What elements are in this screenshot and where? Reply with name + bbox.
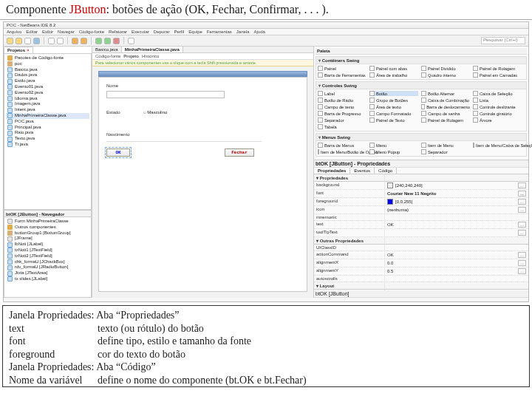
clean-build-icon[interactable] [81,38,87,44]
file-row[interactable]: MinhaPrimeiraClasse.java [6,113,89,119]
menu-janela[interactable]: Janela [236,30,250,34]
palette-item[interactable]: Painel de Rolagem [421,117,470,123]
file-row[interactable]: POC.java [6,119,89,125]
button-ok[interactable]: OK [106,149,130,157]
undo-icon[interactable] [48,38,55,44]
file-row[interactable]: Intent.java [6,107,89,113]
prop-row[interactable]: foreground[0,0,255]… [314,198,528,206]
prop-row[interactable]: icon(nenhuma)… [314,206,528,214]
palette-item[interactable]: Menu Popup [369,149,418,154]
menu-editar[interactable]: Editar [26,30,38,34]
projects-tab[interactable]: Projetos× [4,47,33,53]
prop-row[interactable]: textOK… [314,221,528,229]
profile-icon[interactable] [113,38,120,44]
palette-item[interactable]: Botão Alternar [421,91,470,96]
ellipsis-button[interactable]: … [518,222,526,228]
palette-item[interactable]: Controle giratório [473,111,522,116]
palette-item[interactable]: Barra de Ferramentas [318,72,366,78]
prop-row[interactable]: mnemonic [314,214,528,221]
palette-item[interactable]: Painel [318,66,366,71]
close-icon[interactable]: × [27,48,30,52]
prop-row[interactable]: autoscrolls [314,276,528,282]
file-row[interactable]: Evento01.java [6,84,89,90]
prop-row[interactable]: actionCommandOK… [314,251,528,259]
properties-table[interactable]: ▾ Propriedadesbackground[240,240,240]…fo… [314,174,528,290]
menu-executar[interactable]: Executar [132,30,149,34]
expand-icon[interactable] [128,38,134,44]
nav-item[interactable]: lbNoti [JLabel] [6,242,89,248]
menu-exibir[interactable]: Exibir [42,30,53,34]
nav-item[interactable]: chk_formaU [JChackBox] [6,259,89,265]
ellipsis-button[interactable]: … [518,207,526,213]
menu-refatorar[interactable]: Refatorar [109,30,127,34]
palette-item[interactable]: Painel de Texto [369,117,418,123]
palette-item[interactable]: Área de texto [369,104,418,109]
menu-ajuda[interactable]: Ajuda [254,30,265,34]
palette-item[interactable]: Label [318,91,366,96]
palette-item[interactable]: Área de trabalho [369,72,418,78]
redo-icon[interactable] [57,38,64,44]
menubar[interactable]: ArquivoEditarExibirNavegarCódigo-fonteRe… [4,29,528,35]
palette-item[interactable]: Campo Formatado [369,111,418,116]
debug-icon[interactable] [104,38,111,44]
menu-equipe[interactable]: Equipe [188,30,202,34]
ellipsis-button[interactable]: … [518,252,526,258]
palette-item[interactable]: Caixa de Combinação [421,98,470,103]
props-tabs[interactable]: Propriedades Eventos Código [314,168,528,174]
editor-file-tabs[interactable]: Basico.java MinhaPrimeiraClasse.java [92,47,313,53]
palette-item[interactable]: Painel com abas [369,66,418,71]
ellipsis-button[interactable]: … [518,260,526,266]
palette-item[interactable]: Quadro interno [421,72,470,78]
tab-events[interactable]: Eventos [350,168,375,174]
palette-item[interactable]: Controle deslizante [473,104,522,109]
prop-row[interactable]: toolTipText… [314,229,528,237]
palette-item[interactable]: Item de Menu/Botão de Opção [318,149,366,154]
palette-item[interactable]: Painel Dividido [421,66,470,71]
prop-row[interactable]: alignmentY0.5… [314,267,528,276]
section-head-menus[interactable]: Menus Swing [316,134,526,141]
nav-item[interactable]: txNoti1 [JTextField] [6,248,89,253]
palette-item[interactable]: Campo de texto [318,104,366,109]
ellipsis-button[interactable]: … [518,183,526,188]
new-file-icon[interactable] [7,38,13,44]
tab-properties[interactable]: Propriedades [314,168,350,174]
palette-item[interactable]: Campo de senha [421,111,470,116]
button-fechar[interactable]: Fechar [225,149,254,157]
run-icon[interactable] [95,38,102,44]
palette-item[interactable]: Lista [473,98,522,103]
palette-item[interactable]: Item de Menu [421,143,470,148]
search-box[interactable]: Pesquisar (Ctrl+I) [481,37,525,44]
file-tab-0[interactable]: Basico.java [92,47,122,52]
ellipsis-button[interactable]: … [518,191,526,197]
menu-ferramentas[interactable]: Ferramentas [207,30,232,34]
navigator-tree[interactable]: Form MinhaPrimeiraClasse Outros componen… [4,216,92,298]
palette-item[interactable]: Caixa de Seleção [473,91,522,96]
radio-estado[interactable]: ○ Masculino [143,110,167,115]
ellipsis-button[interactable]: … [518,230,526,236]
input-nome[interactable] [106,91,225,98]
palette-item[interactable]: Item de Menu/Caixa de Seleção [473,143,522,148]
menu-código-fonte[interactable]: Código-fonte [79,30,104,34]
palette-item[interactable]: Painel de Rolagem [473,66,522,71]
file-row[interactable]: Basico.java [6,67,89,73]
palette-item[interactable]: Barra de Progresso [318,111,366,116]
tab-history[interactable]: Histórico [142,54,159,58]
palette-item[interactable]: Grupo de Botões [369,98,418,103]
file-row[interactable]: Idioma.java [6,96,89,102]
palette-item[interactable]: Botão de Rádio [318,98,366,103]
palette-item[interactable]: Botão [369,91,418,96]
palette-item[interactable]: Tabela [318,124,366,129]
section-head-containers[interactable]: Contêiners Swing [316,57,526,64]
nav-item[interactable]: rdv_formaU [JRadioButton] [6,265,89,270]
file-row[interactable]: Evento02.java [6,90,89,96]
file-row[interactable]: Raio.java [6,130,89,136]
file-row[interactable]: Principal.java [6,125,89,131]
prop-row[interactable]: UIClassID [314,245,528,251]
file-tab-1[interactable]: MinhaPrimeiraClasse.java [122,47,183,52]
nav-item[interactable]: Jtxta [JTextArea] [6,270,89,276]
file-row[interactable]: Estilo.java [6,78,89,84]
palette-item[interactable]: Árvore [473,117,522,123]
tab-design[interactable]: Projeto [123,54,139,58]
palette-item[interactable]: Painel em Camadas [473,72,522,78]
tab-code[interactable]: Código [375,168,397,174]
